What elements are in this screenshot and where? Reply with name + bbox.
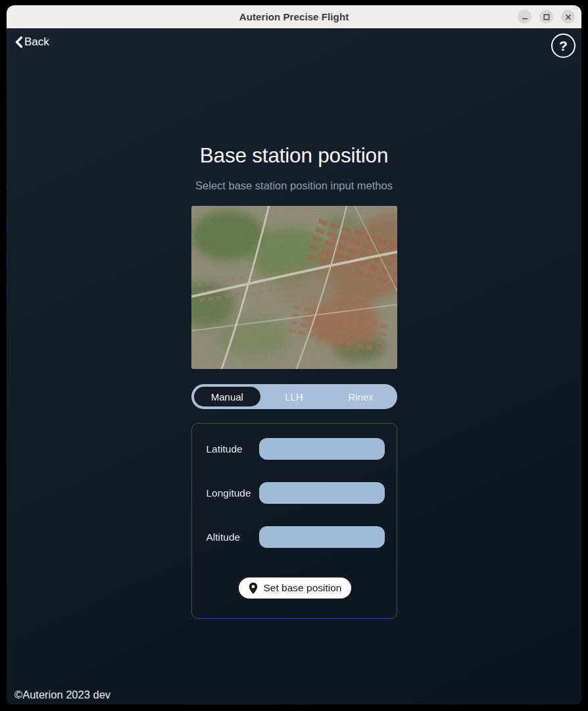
help-button[interactable]: ? <box>551 34 576 58</box>
chevron-left-icon <box>14 36 24 49</box>
footer-copyright: ©Auterion 2023 dev <box>14 689 110 701</box>
tab-rinex[interactable]: Rinex <box>328 387 395 406</box>
page-title: Base station position <box>200 142 388 168</box>
input-method-tabs: Manual LLH Rinex <box>191 384 397 409</box>
set-base-position-button[interactable]: Set base position <box>237 576 353 600</box>
close-button[interactable] <box>561 10 575 24</box>
altitude-input[interactable] <box>259 526 385 548</box>
altitude-row: Altitude <box>207 526 383 548</box>
satellite-map-image <box>191 206 397 369</box>
maximize-button[interactable] <box>539 10 553 24</box>
set-base-position-label: Set base position <box>264 582 342 594</box>
longitude-input[interactable] <box>259 482 385 504</box>
latitude-input[interactable] <box>259 438 385 460</box>
window-controls <box>518 5 575 28</box>
titlebar[interactable]: Auterion Precise Flight <box>7 5 581 28</box>
altitude-label: Altitude <box>207 531 259 543</box>
page-subtitle: Select base station position input metho… <box>195 180 393 192</box>
latitude-row: Latitude <box>207 438 383 460</box>
minimize-icon <box>522 14 528 20</box>
tab-llh[interactable]: LLH <box>260 387 328 406</box>
close-icon <box>565 14 572 20</box>
tab-manual[interactable]: Manual <box>194 387 261 406</box>
minimize-button[interactable] <box>518 10 531 24</box>
longitude-row: Longitude <box>207 482 383 504</box>
back-button[interactable]: Back <box>14 36 49 49</box>
maximize-icon <box>543 14 550 20</box>
question-mark-icon: ? <box>559 38 568 54</box>
location-pin-icon <box>248 582 258 595</box>
page-content: Back ? Base station position Select base… <box>7 28 581 704</box>
screen: { "window": { "title": "Auterion Precise… <box>0 0 588 711</box>
window-title: Auterion Precise Flight <box>239 11 349 22</box>
latitude-label: Latitude <box>207 443 259 455</box>
app-window: Auterion Precise Flight Back ? Base stat… <box>7 5 581 704</box>
manual-position-form: Latitude Longitude Altitude Set base pos… <box>191 423 397 619</box>
longitude-label: Longitude <box>207 487 259 499</box>
back-label: Back <box>24 36 49 49</box>
